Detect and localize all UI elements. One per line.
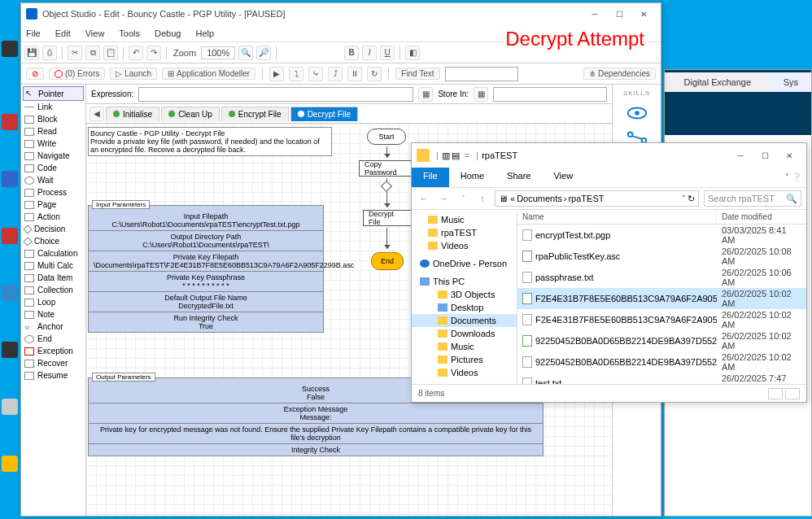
menu-file[interactable]: File: [26, 28, 41, 38]
explorer-file-list[interactable]: Name Date modified encryptTest.txt.pgp03…: [517, 210, 806, 384]
param-row[interactable]: Integrity Check: [89, 443, 543, 456]
menu-debug[interactable]: Debug: [155, 28, 181, 38]
tree-3d-objects[interactable]: 3D Objects: [412, 288, 517, 301]
tree-pictures[interactable]: Pictures: [412, 353, 517, 366]
palette-resume[interactable]: Resume: [23, 369, 84, 382]
palette-collection[interactable]: Collection: [23, 284, 84, 296]
palette-note[interactable]: Note: [23, 308, 84, 321]
file-row[interactable]: encryptTest.txt.pgp03/03/2025 8:41 AM: [517, 225, 806, 246]
launch-button[interactable]: ▷Launch: [110, 68, 157, 80]
palette-action[interactable]: Action: [23, 211, 84, 223]
palette-wait[interactable]: Wait: [23, 174, 84, 186]
palette-choice[interactable]: Choice: [23, 235, 84, 247]
file-row[interactable]: rpaPublicTestKey.asc26/02/2025 10:08 AM: [517, 246, 806, 267]
nav-back-icon[interactable]: ←: [417, 194, 431, 203]
decision-diamond[interactable]: [381, 181, 392, 192]
tab-digital-exchange[interactable]: Digital Exchange: [665, 72, 771, 92]
list-header[interactable]: Name Date modified: [517, 210, 806, 225]
tree-this-pc[interactable]: This PC: [412, 275, 517, 288]
palette-decision[interactable]: Decision: [23, 223, 84, 235]
eye-icon[interactable]: [626, 105, 648, 121]
explorer-titlebar[interactable]: | ▥ ▤ =| rpaTEST ─ ☐ ✕: [412, 143, 806, 168]
print-icon[interactable]: ⎙: [42, 46, 57, 60]
end-node[interactable]: End: [371, 252, 404, 270]
italic-icon[interactable]: I: [362, 46, 377, 60]
file-row[interactable]: test.txt26/02/2025 7:47 AM: [517, 373, 806, 384]
palette-end[interactable]: End: [23, 333, 84, 345]
palette-page[interactable]: Page: [23, 198, 84, 211]
palette-exception[interactable]: Exception: [23, 345, 84, 357]
palette-block[interactable]: Block: [23, 113, 84, 125]
close-button[interactable]: ✕: [631, 6, 656, 22]
paste-icon[interactable]: 📋: [103, 46, 118, 60]
nav-up-icon[interactable]: ↑: [475, 194, 490, 203]
minimize-button[interactable]: ─: [583, 6, 607, 22]
param-row[interactable]: Default Output File NameDecryptedFile.tx…: [89, 291, 323, 312]
palette-calculation[interactable]: Calculation: [23, 247, 84, 260]
expression-input[interactable]: [138, 87, 413, 102]
bold-icon[interactable]: B: [344, 46, 359, 60]
save-icon[interactable]: 💾: [24, 46, 39, 60]
view-details-icon[interactable]: [768, 388, 783, 399]
ribbon-tab-share[interactable]: Share: [495, 168, 542, 187]
breadcrumb[interactable]: 🖥« Documents› rpaTEST ˅↻: [495, 190, 699, 207]
tree-desktop[interactable]: Desktop: [412, 301, 517, 314]
file-row[interactable]: 92250452B0BA0D65BB2214DE9BA397D55225EFED…: [517, 330, 806, 351]
copy-icon[interactable]: ⧉: [85, 46, 100, 60]
tab-initialise[interactable]: Initialise: [106, 107, 159, 121]
ribbon-tab-view[interactable]: View: [542, 168, 584, 187]
exp-close-button[interactable]: ✕: [777, 147, 801, 164]
step-out-icon[interactable]: ⤴: [328, 67, 343, 81]
menu-help[interactable]: Help: [195, 28, 214, 38]
tree-music[interactable]: Music: [412, 213, 517, 226]
start-node[interactable]: Start: [367, 129, 406, 145]
redo-icon[interactable]: ↷: [146, 46, 161, 60]
param-row[interactable]: Exception MessageMessage:: [89, 403, 543, 423]
storein-helper-icon[interactable]: ▦: [474, 87, 488, 102]
palette-process[interactable]: Process: [23, 186, 84, 198]
decrypt-file-node[interactable]: Decrypt File: [363, 210, 412, 226]
tabs-scroll-left-icon[interactable]: ◀: [89, 107, 104, 121]
color-icon[interactable]: ◧: [405, 46, 420, 60]
explorer-tree[interactable]: MusicrpaTESTVideosOneDrive - PersonThis …: [412, 210, 517, 384]
palette-pointer[interactable]: ↖Pointer: [23, 86, 84, 101]
stop-icon[interactable]: ↻: [367, 67, 382, 81]
help-icon[interactable]: ˅ ❔: [785, 172, 801, 181]
file-row[interactable]: 92250452B0BA0D65BB2214DE9BA397D55225EFED…: [517, 351, 806, 373]
zoom-out-icon[interactable]: 🔍: [238, 46, 253, 60]
tree-downloads[interactable]: Downloads: [412, 327, 517, 340]
tab-sys[interactable]: Sys: [771, 72, 811, 92]
storein-input[interactable]: [493, 87, 607, 102]
find-text-button[interactable]: Find Text: [395, 68, 439, 80]
palette-link[interactable]: Link: [23, 101, 84, 113]
palette-data-item[interactable]: Data Item: [23, 272, 84, 284]
titlebar[interactable]: Object Studio - Edit - Bouncy Castle - P…: [21, 3, 661, 24]
tree-documents[interactable]: Documents: [412, 314, 517, 327]
nav-forward-icon[interactable]: →: [436, 194, 451, 203]
palette-read[interactable]: Read: [23, 125, 84, 137]
zoom-in-icon[interactable]: 🔎: [256, 46, 271, 60]
errors-button[interactable]: (0) Errors: [49, 68, 105, 80]
file-row[interactable]: F2E4E31B7F8E5E60BB513C9A79A6F2A905F2299B…: [517, 288, 806, 309]
palette-navigate[interactable]: Navigate: [23, 150, 84, 162]
input-parameters-block[interactable]: Input Parameters Input FilepathC:\Users\…: [88, 205, 324, 333]
exp-maximize-button[interactable]: ☐: [753, 147, 777, 164]
param-row[interactable]: Run Integrity CheckTrue: [89, 312, 323, 332]
maximize-button[interactable]: ☐: [607, 6, 631, 22]
undo-icon[interactable]: ↶: [129, 46, 143, 60]
file-row[interactable]: passphrase.txt26/02/2025 10:06 AM: [517, 267, 806, 288]
cut-icon[interactable]: ✂: [68, 46, 82, 60]
ribbon-tab-home[interactable]: Home: [449, 168, 495, 187]
underline-icon[interactable]: U: [380, 46, 395, 60]
file-row[interactable]: F2E4E31B7F8E5E60BB513C9A79A6F2A905F2299B…: [517, 309, 806, 330]
menu-view[interactable]: View: [85, 28, 105, 38]
param-row[interactable]: Output Directory PathC:\Users\Robot1\Doc…: [89, 230, 323, 251]
tree-onedrive---person[interactable]: OneDrive - Person: [412, 257, 517, 270]
app-modeller-button[interactable]: ⊞Application Modeller: [162, 68, 255, 80]
run-icon[interactable]: ▶: [269, 67, 284, 81]
param-row[interactable]: Private Key Filepath\Documents\rpaTEST\F…: [89, 251, 323, 271]
param-row[interactable]: Input FilepathC:\Users\Robot1\Documents\…: [89, 206, 323, 230]
validate-button[interactable]: ⊘: [26, 68, 44, 80]
dependencies-button[interactable]: ⋔Dependencies: [583, 68, 656, 80]
copy-password-node[interactable]: Copy Password: [359, 160, 416, 177]
